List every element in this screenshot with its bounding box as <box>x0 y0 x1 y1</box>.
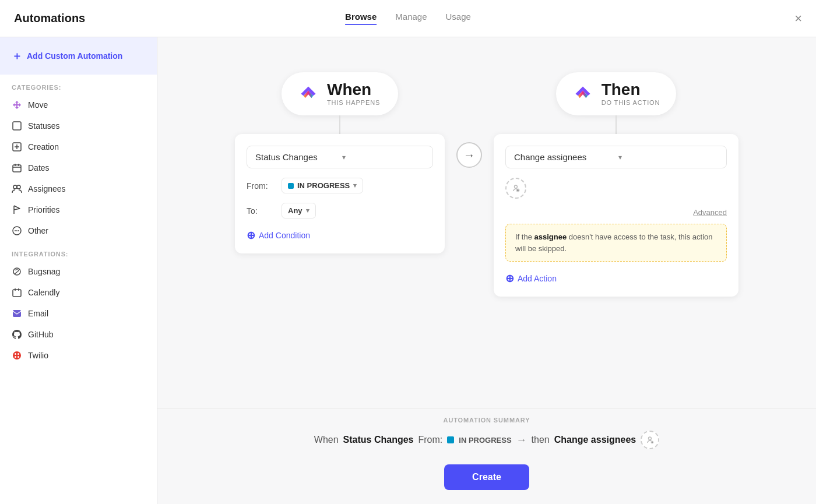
trigger-value: Status Changes <box>255 152 337 162</box>
summary-content: When Status Changes From: IN PROGRESS → … <box>157 424 816 456</box>
sidebar-item-label: Priorities <box>28 205 59 214</box>
svg-point-21 <box>17 353 19 355</box>
priorities-icon <box>12 205 22 215</box>
then-subtitle: DO THIS ACTION <box>602 99 660 106</box>
trigger-select[interactable]: Status Changes ▾ <box>247 146 433 168</box>
status-dot <box>288 183 294 189</box>
to-status-badge[interactable]: Any ▾ <box>282 203 316 218</box>
sidebar-item-github[interactable]: GitHub <box>0 324 157 345</box>
clickup-logo-then <box>572 83 593 104</box>
svg-point-14 <box>13 268 20 275</box>
when-header-bubble: When THIS HAPPENS <box>282 72 398 115</box>
chevron-down-icon: ▾ <box>306 207 309 214</box>
plus-icon: ＋ <box>12 49 22 63</box>
summary-then: then <box>532 435 550 445</box>
from-status-badge[interactable]: IN PROGRESS ▾ <box>282 178 363 193</box>
connector-line-when <box>339 115 340 134</box>
create-button[interactable]: Create <box>444 464 529 490</box>
to-label: To: <box>247 206 275 216</box>
tab-browse[interactable]: Browse <box>345 12 377 25</box>
sidebar-item-email[interactable]: Email <box>0 303 157 324</box>
summary-assignee-icon <box>641 431 659 449</box>
arrow-circle: → <box>456 142 482 168</box>
svg-point-12 <box>16 230 17 231</box>
chevron-down-icon: ▾ <box>353 182 357 189</box>
summary-action: Change assignees <box>554 435 636 445</box>
main-layout: ＋ Add Custom Automation CATEGORIES: Move… <box>0 37 816 504</box>
create-btn-row: Create <box>157 456 816 504</box>
page-title: Automations <box>14 12 85 25</box>
to-field: To: Any ▾ <box>247 203 433 218</box>
twilio-icon <box>12 350 22 361</box>
sidebar-item-priorities[interactable]: Priorities <box>0 199 157 220</box>
sidebar-item-label: Twilio <box>28 351 48 360</box>
sidebar-item-move[interactable]: Move <box>0 94 157 115</box>
summary-label: AUTOMATION SUMMARY <box>157 408 816 424</box>
svg-rect-15 <box>13 290 21 297</box>
move-icon <box>12 100 22 110</box>
tab-manage[interactable]: Manage <box>395 12 427 25</box>
from-label: From: <box>247 181 275 191</box>
chevron-down-icon: ▾ <box>618 153 718 161</box>
sidebar-item-label: Dates <box>28 163 50 172</box>
sidebar-item-label: Email <box>28 309 48 318</box>
svg-point-19 <box>13 351 21 360</box>
dates-icon <box>12 163 22 173</box>
sidebar-item-calendly[interactable]: Calendly <box>0 282 157 303</box>
svg-point-22 <box>15 356 16 358</box>
summary-bar: AUTOMATION SUMMARY When Status Changes F… <box>157 408 816 504</box>
clickup-logo-when <box>298 83 319 104</box>
categories-label: CATEGORIES: <box>0 75 157 94</box>
svg-point-13 <box>18 230 19 231</box>
then-title: Then <box>602 82 660 98</box>
assignee-circle[interactable] <box>505 178 526 199</box>
plus-icon: ⊕ <box>247 229 255 242</box>
warning-box: If the assignee doesn't have access to t… <box>505 224 727 262</box>
header: Automations Browse Manage Usage × <box>0 0 816 37</box>
header-tabs: Browse Manage Usage <box>345 12 471 25</box>
content-area: When THIS HAPPENS Status Changes ▾ From: <box>157 37 816 504</box>
add-custom-automation-button[interactable]: ＋ Add Custom Automation <box>0 37 157 75</box>
other-icon <box>12 225 22 236</box>
statuses-icon <box>12 121 22 131</box>
automation-canvas: When THIS HAPPENS Status Changes ▾ From: <box>157 37 816 408</box>
from-status-value: IN PROGRESS <box>297 181 350 190</box>
svg-rect-0 <box>13 122 21 130</box>
sidebar-item-assignees[interactable]: Assignees <box>0 178 157 199</box>
sidebar-item-label: GitHub <box>28 330 54 339</box>
email-icon <box>12 308 22 319</box>
summary-status-dot <box>447 436 454 443</box>
advanced-link[interactable]: Advanced <box>505 208 727 217</box>
sidebar-item-label: Calendly <box>28 288 59 297</box>
sidebar-item-twilio[interactable]: Twilio <box>0 345 157 366</box>
from-field: From: IN PROGRESS ▾ <box>247 178 433 193</box>
action-select[interactable]: Change assignees ▾ <box>505 146 727 168</box>
sidebar-item-other[interactable]: Other <box>0 220 157 241</box>
to-value: Any <box>288 206 303 215</box>
plus-icon: ⊕ <box>505 272 514 285</box>
action-value: Change assignees <box>514 152 614 162</box>
svg-point-9 <box>17 185 20 189</box>
svg-rect-18 <box>13 310 21 317</box>
sidebar-item-label: Assignees <box>28 184 66 193</box>
assignees-icon <box>12 184 22 194</box>
add-action-button[interactable]: ⊕ Add Action <box>505 272 557 285</box>
arrow-connector: → <box>445 72 494 168</box>
integrations-label: INTEGRATIONS: <box>0 241 157 261</box>
close-button[interactable]: × <box>794 11 802 26</box>
tab-usage[interactable]: Usage <box>446 12 471 25</box>
calendly-icon <box>12 287 22 298</box>
svg-point-8 <box>13 185 17 189</box>
warning-text-before: If the <box>515 232 534 241</box>
summary-from-status: IN PROGRESS <box>459 436 511 445</box>
sidebar-item-creation[interactable]: Creation <box>0 136 157 157</box>
sidebar-item-bugsnag[interactable]: Bugsnag <box>0 261 157 282</box>
then-header-bubble: Then DO THIS ACTION <box>556 72 677 115</box>
when-card-wrapper: When THIS HAPPENS Status Changes ▾ From: <box>235 72 445 253</box>
then-form: Change assignees ▾ Advanced If the assig… <box>494 134 738 297</box>
add-condition-button[interactable]: ⊕ Add Condition <box>247 229 310 242</box>
sidebar-item-dates[interactable]: Dates <box>0 157 157 178</box>
sidebar-item-statuses[interactable]: Statuses <box>0 115 157 136</box>
sidebar-item-label: Move <box>28 100 48 110</box>
github-icon <box>12 329 22 340</box>
